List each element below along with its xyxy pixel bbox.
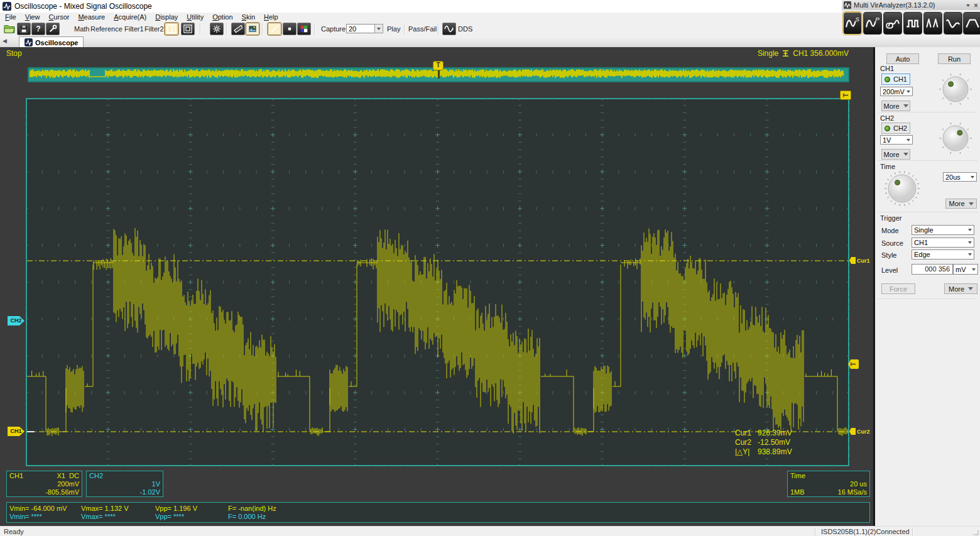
single-view-button[interactable] <box>181 23 195 35</box>
status-separator <box>815 528 815 535</box>
menu-acquire[interactable]: Acquire(A) <box>114 13 146 21</box>
split-view-icon <box>167 25 176 33</box>
play-button[interactable]: Play <box>387 25 400 33</box>
menu-option[interactable]: Option <box>212 13 232 21</box>
save-button[interactable] <box>17 23 31 35</box>
ch1-offset-knob[interactable] <box>938 72 973 107</box>
trigger-level-input[interactable]: 000 356 <box>912 264 953 275</box>
cursor1-handle[interactable] <box>849 257 856 264</box>
toolbar-reference-button[interactable]: Reference <box>90 25 122 33</box>
app-icon <box>3 2 11 11</box>
chevron-down-icon <box>972 268 976 271</box>
menu-help[interactable]: Help <box>264 13 278 21</box>
menu-utility[interactable]: Utility <box>187 13 204 21</box>
time-box-base: 20 us <box>850 480 867 488</box>
force-trigger-button[interactable]: Force <box>881 283 915 294</box>
tab-scroll-left-icon[interactable]: ◀ <box>3 38 7 44</box>
device-connection-status: ISDS205B(1.1)(2)Connected <box>821 528 910 535</box>
cursor2-handle[interactable] <box>849 428 856 435</box>
vmax-ch2: Vmax= **** <box>81 513 116 520</box>
tab-oscilloscope[interactable]: Oscilloscope <box>19 36 84 48</box>
ch2-offset-knob[interactable] <box>938 121 973 156</box>
time-info-box[interactable]: Time 20 us 1MB16 MSa/s <box>787 471 870 497</box>
dds-button[interactable] <box>442 23 456 35</box>
single-view-icon <box>183 25 192 33</box>
line-icon <box>270 25 279 33</box>
cursor-delta-row: |△Y|938.89mV <box>735 447 792 457</box>
timebase-select[interactable]: 20us <box>943 172 977 182</box>
toolbar-filter1-button[interactable]: Filter1 <box>124 25 144 33</box>
analyzer-sweep-button[interactable] <box>944 12 962 35</box>
toolbar-filter2-button[interactable]: Filter2 <box>144 25 164 33</box>
vpp-ch1: Vpp= 1.196 V <box>155 505 197 512</box>
open-file-button[interactable] <box>3 23 16 35</box>
analyzer-scope-s-button[interactable]: S <box>843 12 862 35</box>
trigger-level-marker[interactable]: T <box>848 359 859 369</box>
trigger-time-flag[interactable]: T <box>840 90 851 100</box>
capture-count-dropdown[interactable] <box>374 24 383 33</box>
time-more-button[interactable]: More <box>945 199 977 209</box>
analyzer-pulse-button[interactable] <box>923 12 942 35</box>
trigger-more-button[interactable]: More <box>944 283 977 294</box>
line-draw-button[interactable] <box>268 23 281 35</box>
resize-grip-icon[interactable] <box>972 528 979 536</box>
run-button[interactable]: Run <box>938 53 971 64</box>
center-waveform-button[interactable] <box>210 23 224 35</box>
capture-count-input[interactable]: 20 <box>346 24 375 33</box>
ch2-zero-marker[interactable]: CH2 <box>8 316 24 325</box>
analyzer-game-wave-button[interactable] <box>883 12 902 35</box>
cursor2-handle-label: Cur2 <box>857 429 870 435</box>
screenshot-button[interactable] <box>246 23 259 35</box>
toolbar-math-button[interactable]: Math <box>74 25 89 33</box>
settings-button[interactable] <box>46 23 60 35</box>
ch2-more-button[interactable]: More <box>881 149 910 160</box>
trigger-level-readout: CH1 356.000mV <box>793 49 849 58</box>
trigger-level-unit-select[interactable]: mV <box>953 264 978 275</box>
trigger-style-select[interactable]: Edge <box>912 249 974 260</box>
ruler-button[interactable] <box>231 23 245 35</box>
group-separator <box>878 212 977 212</box>
passfail-button[interactable]: Pass/Fail <box>408 25 437 33</box>
main-toolbar: ? Math Reference Filter1 Filter2 <box>0 21 842 37</box>
analyzer-close-icon[interactable]: × <box>974 1 978 10</box>
ch2-enable-button[interactable]: CH2 <box>881 123 910 134</box>
trigger-position-marker[interactable]: T <box>433 61 444 70</box>
cursor1-value-row: Cur1926.39mV <box>735 429 792 438</box>
chevron-down-icon <box>903 153 908 156</box>
ch2-scale-select[interactable]: 1V <box>880 135 913 145</box>
trigger-mode-select[interactable]: Single <box>912 225 974 235</box>
chevron-down-icon <box>377 28 381 30</box>
help-button[interactable]: ? <box>31 23 45 35</box>
point-draw-button[interactable] <box>283 23 297 35</box>
ch1-box-coupling: X1 DC <box>57 472 79 480</box>
auto-button[interactable]: Auto <box>886 53 919 64</box>
ch1-scale-select[interactable]: 200mV <box>880 87 913 96</box>
menu-display[interactable]: Display <box>155 13 178 21</box>
color-picker-button[interactable] <box>297 23 311 35</box>
help-icon: ? <box>36 25 40 33</box>
ch1-enable-button[interactable]: CH1 <box>881 74 910 85</box>
ch1-zero-marker[interactable]: CH1 <box>8 427 24 436</box>
menu-view[interactable]: View <box>25 13 40 21</box>
analyzer-collapse-icon[interactable] <box>966 4 970 7</box>
dds-label[interactable]: DDS <box>458 25 472 33</box>
analyzer-filter-button[interactable] <box>963 12 980 35</box>
timebase-knob[interactable] <box>883 169 922 208</box>
ch1-more-label: More <box>883 102 899 110</box>
waveform-plot[interactable] <box>26 98 849 466</box>
analyzer-scope-p-button[interactable]: P <box>863 12 882 35</box>
menu-skin[interactable]: Skin <box>242 13 255 21</box>
ch1-info-box[interactable]: CH1X1 DC 200mV -805.56mV <box>6 471 82 497</box>
menu-cursor[interactable]: Cursor <box>48 13 69 21</box>
menu-measure[interactable]: Measure <box>78 13 105 21</box>
menu-file[interactable]: File <box>5 13 16 21</box>
ch2-info-box[interactable]: CH2 1V -1.02V <box>86 471 163 497</box>
trigger-source-select[interactable]: CH1 <box>912 238 974 248</box>
ch1-box-name: CH1 <box>9 472 23 480</box>
chevron-down-icon <box>903 104 908 107</box>
menu-bar: File View Cursor Measure Acquire(A) Disp… <box>0 13 847 21</box>
ch1-more-button[interactable]: More <box>881 101 910 111</box>
split-view-button[interactable] <box>165 23 178 35</box>
ch1-led-icon <box>885 77 890 82</box>
analyzer-logic-button[interactable] <box>903 12 922 35</box>
